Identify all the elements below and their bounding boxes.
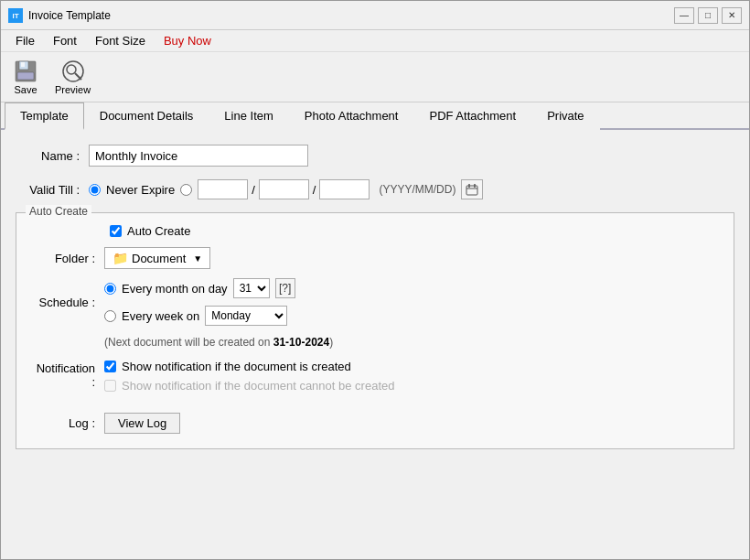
log-label: Log : <box>31 416 104 430</box>
name-row: Name : <box>16 145 734 167</box>
folder-row: Folder : 📁 Document ▼ <box>31 247 719 269</box>
notify-not-created-checkbox[interactable] <box>104 380 116 392</box>
main-window: IT Invoice Template — □ ✕ File Font Font… <box>0 0 750 560</box>
every-week-label[interactable]: Every week on <box>122 309 199 323</box>
folder-button[interactable]: 📁 Document ▼ <box>104 247 210 269</box>
date-format-hint: (YYYY/MM/DD) <box>379 183 455 196</box>
date-year-input[interactable] <box>198 179 248 199</box>
day-select[interactable]: 31 <box>233 278 270 298</box>
maximize-button[interactable]: □ <box>698 7 718 24</box>
svg-rect-4 <box>17 72 34 80</box>
custom-date-radio[interactable] <box>180 184 192 196</box>
next-doc-text: (Next document will be created on 31-10-… <box>104 336 333 349</box>
preview-label: Preview <box>55 84 91 95</box>
date-inputs: / / <box>198 179 370 199</box>
folder-label: Folder : <box>31 252 104 265</box>
every-week-radio[interactable] <box>104 310 116 322</box>
save-label: Save <box>14 84 37 95</box>
svg-text:IT: IT <box>12 12 18 20</box>
menu-font-size[interactable]: Font Size <box>88 32 153 49</box>
menu-file[interactable]: File <box>8 32 42 49</box>
notify-created-checkbox[interactable] <box>104 361 116 372</box>
content-area: Name : Valid Till : Never Expire / / (YY… <box>1 130 749 559</box>
every-month-radio[interactable] <box>104 283 116 295</box>
calendar-button[interactable] <box>461 179 483 199</box>
tab-template[interactable]: Template <box>5 102 84 130</box>
name-input[interactable] <box>89 145 308 167</box>
auto-create-checkbox-row: Auto Create <box>31 224 719 238</box>
minimize-button[interactable]: — <box>674 7 694 24</box>
next-doc-note: (Next document will be created on 31-10-… <box>104 335 719 349</box>
preview-icon <box>60 59 86 84</box>
schedule-label: Schedule : <box>31 296 104 309</box>
notification-options: Show notification if the document is cre… <box>104 360 394 402</box>
valid-till-options: Never Expire / / (YYYY/MM/DD) <box>89 179 483 199</box>
notification-label: Notification : <box>31 360 104 389</box>
menu-font[interactable]: Font <box>46 32 84 49</box>
svg-point-7 <box>67 65 76 74</box>
next-doc-date: 31-10-2024 <box>273 336 329 349</box>
auto-create-checkbox[interactable] <box>110 225 122 237</box>
help-button[interactable]: [?] <box>275 278 295 298</box>
notification-section: Notification : Show notification if the … <box>31 360 719 402</box>
save-button[interactable]: Save <box>8 56 43 98</box>
tab-private[interactable]: Private <box>531 102 599 130</box>
menu-bar: File Font Font Size Buy Now <box>1 30 749 52</box>
svg-rect-5 <box>21 62 25 67</box>
valid-till-label: Valid Till : <box>16 183 89 197</box>
name-label: Name : <box>16 149 89 163</box>
tab-pdf-attachment[interactable]: PDF Attachment <box>413 102 531 130</box>
title-controls: — □ ✕ <box>674 7 742 24</box>
auto-create-title: Auto Create <box>26 205 91 218</box>
notify-created-row: Show notification if the document is cre… <box>104 360 394 373</box>
date-month-input[interactable] <box>259 179 309 199</box>
every-week-option: Every week on Monday Tuesday Wednesday T… <box>104 306 295 326</box>
notify-created-label[interactable]: Show notification if the document is cre… <box>122 360 351 373</box>
tab-document-details[interactable]: Document Details <box>84 102 209 130</box>
toolbar: Save Preview <box>1 52 749 102</box>
title-bar-left: IT Invoice Template <box>8 8 111 23</box>
schedule-row: Schedule : Every month on day 31 [?] Eve… <box>31 278 719 326</box>
tab-photo-attachment[interactable]: Photo Attachment <box>289 102 414 130</box>
date-day-input[interactable] <box>319 179 370 199</box>
every-month-label[interactable]: Every month on day <box>122 282 228 296</box>
never-expire-label[interactable]: Never Expire <box>106 183 175 197</box>
title-bar: IT Invoice Template — □ ✕ <box>1 1 749 30</box>
log-row: Log : View Log <box>31 413 719 434</box>
never-expire-radio[interactable] <box>89 184 101 196</box>
svg-rect-9 <box>466 186 477 195</box>
view-log-button[interactable]: View Log <box>104 413 180 434</box>
svg-line-8 <box>75 73 81 80</box>
folder-name: Document <box>132 252 186 265</box>
tab-bar: Template Document Details Line Item Phot… <box>1 102 749 130</box>
auto-create-group: Auto Create Auto Create Folder : 📁 Docum… <box>16 212 734 449</box>
valid-till-row: Valid Till : Never Expire / / (YYYY/MM/D… <box>16 179 734 199</box>
notify-not-created-row: Show notification if the document cannot… <box>104 379 394 393</box>
weekday-select[interactable]: Monday Tuesday Wednesday Thursday Friday… <box>205 306 287 326</box>
date-sep1: / <box>252 183 255 197</box>
window-title: Invoice Template <box>28 9 111 22</box>
folder-icon: 📁 <box>112 251 128 265</box>
folder-dropdown-icon: ▼ <box>193 253 202 264</box>
every-month-option: Every month on day 31 [?] <box>104 278 295 298</box>
tab-line-item[interactable]: Line Item <box>209 102 288 130</box>
preview-button[interactable]: Preview <box>50 56 95 98</box>
date-sep2: / <box>313 183 316 197</box>
close-button[interactable]: ✕ <box>722 7 742 24</box>
save-icon <box>13 59 38 84</box>
auto-create-label[interactable]: Auto Create <box>127 224 190 238</box>
schedule-options: Every month on day 31 [?] Every week on … <box>104 278 295 326</box>
notify-not-created-label: Show notification if the document cannot… <box>122 379 394 393</box>
menu-buy-now[interactable]: Buy Now <box>156 32 219 49</box>
app-icon: IT <box>8 8 23 23</box>
